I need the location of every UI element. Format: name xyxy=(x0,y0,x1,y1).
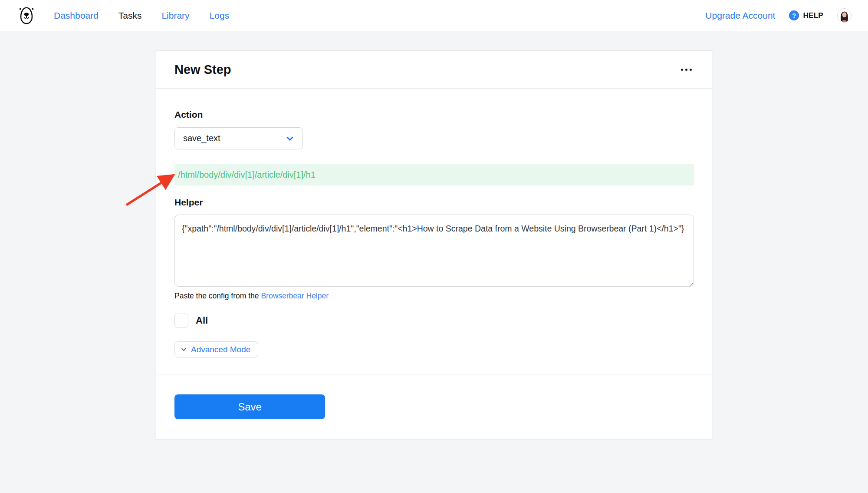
help-label: HELP xyxy=(803,11,823,20)
nav-logs[interactable]: Logs xyxy=(210,10,230,21)
advanced-mode-label: Advanced Mode xyxy=(191,345,250,354)
action-label: Action xyxy=(174,109,694,120)
card-footer: Save xyxy=(156,374,712,439)
nav-dashboard[interactable]: Dashboard xyxy=(54,10,99,21)
action-select[interactable]: save_text xyxy=(174,127,303,149)
user-avatar[interactable] xyxy=(837,8,852,23)
upgrade-account-link[interactable]: Upgrade Account xyxy=(705,10,775,21)
nav-tasks[interactable]: Tasks xyxy=(118,10,142,21)
page-title: New Step xyxy=(174,63,231,77)
nav-library[interactable]: Library xyxy=(161,10,189,21)
new-step-card: New Step Action save_text /html/body/div… xyxy=(156,50,712,439)
save-button[interactable]: Save xyxy=(174,394,325,419)
header-right-group: Upgrade Account ? HELP xyxy=(705,8,852,23)
ellipsis-menu-icon[interactable] xyxy=(680,65,693,74)
all-checkbox[interactable] xyxy=(174,314,188,328)
card-header: New Step xyxy=(156,51,712,89)
helper-label: Helper xyxy=(174,197,694,208)
card-body: Action save_text /html/body/div/div[1]/a… xyxy=(156,89,712,374)
helper-hint: Paste the config from the Browserbear He… xyxy=(174,291,694,301)
chevron-down-icon xyxy=(285,134,295,143)
top-navigation-bar: Dashboard Tasks Library Logs Upgrade Acc… xyxy=(0,0,868,31)
xpath-value: /html/body/div/div[1]/article/div[1]/h1 xyxy=(178,170,316,180)
browserbear-logo-icon[interactable] xyxy=(16,5,36,26)
helper-config-textarea[interactable]: {"xpath":"/html/body/div/div[1]/article/… xyxy=(174,215,694,287)
browserbear-helper-link[interactable]: Browserbear Helper xyxy=(261,291,329,300)
advanced-mode-button[interactable]: Advanced Mode xyxy=(174,341,258,357)
xpath-field[interactable]: /html/body/div/div[1]/article/div[1]/h1 xyxy=(174,164,694,185)
primary-nav: Dashboard Tasks Library Logs xyxy=(54,10,229,21)
all-checkbox-label: All xyxy=(196,315,208,326)
helper-hint-text: Paste the config from the xyxy=(174,291,261,300)
help-button[interactable]: ? HELP xyxy=(789,10,823,20)
action-selected-value: save_text xyxy=(183,133,220,143)
chevron-down-icon xyxy=(181,346,187,353)
all-checkbox-row: All xyxy=(174,314,694,328)
question-mark-icon: ? xyxy=(789,10,799,20)
